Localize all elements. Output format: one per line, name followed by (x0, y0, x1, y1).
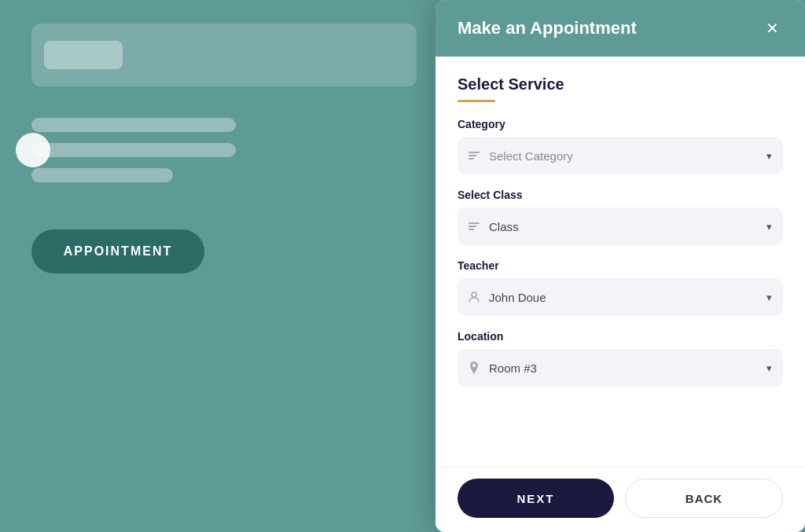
section-title: Select Service (458, 75, 783, 94)
category-field-group: Category Select Category Health Educatio… (458, 118, 783, 174)
svg-rect-5 (469, 229, 474, 230)
section-underline (458, 100, 495, 102)
modal-body: Select Service Category Select Category … (436, 57, 805, 467)
modal-footer: NEXT BACK (436, 467, 805, 532)
teacher-label: Teacher (458, 259, 783, 272)
bg-circle (16, 133, 50, 167)
bg-line-2 (31, 143, 236, 157)
location-icon (467, 361, 481, 375)
category-select-wrapper: Select Category Health Education Sports … (458, 137, 783, 174)
category-select[interactable]: Select Category Health Education Sports (458, 137, 783, 174)
bg-line-3 (31, 168, 173, 182)
modal-header: Make an Appointment ✕ (436, 0, 805, 57)
class-field-group: Select Class Class Yoga Pilates Zumba ▾ (458, 189, 783, 245)
location-select-wrapper: Room #3 Room #1 Room #2 Room #4 ▾ (458, 349, 783, 387)
bg-card-inner (44, 41, 123, 69)
svg-rect-0 (469, 152, 480, 153)
class-select-wrapper: Class Yoga Pilates Zumba ▾ (458, 207, 783, 245)
bg-card-top (31, 24, 417, 86)
teacher-select[interactable]: John Doue Jane Smith Bob Johnson (458, 278, 783, 316)
teacher-icon (467, 290, 481, 304)
close-button[interactable]: ✕ (761, 17, 783, 39)
background-panel: APPOINTMENT (0, 0, 448, 532)
appointment-modal: Make an Appointment ✕ Select Service Cat… (436, 0, 805, 532)
location-label: Location (458, 330, 783, 343)
teacher-select-wrapper: John Doue Jane Smith Bob Johnson ▾ (458, 278, 783, 316)
location-select[interactable]: Room #3 Room #1 Room #2 Room #4 (458, 349, 783, 387)
category-icon (467, 149, 481, 163)
class-icon (467, 219, 481, 233)
back-button[interactable]: BACK (625, 479, 783, 518)
svg-rect-3 (469, 222, 480, 224)
teacher-field-group: Teacher John Doue Jane Smith Bob Johnson… (458, 259, 783, 316)
svg-point-6 (472, 292, 476, 297)
bg-lines-section (31, 102, 417, 198)
class-select[interactable]: Class Yoga Pilates Zumba (458, 207, 783, 245)
modal-title: Make an Appointment (458, 18, 637, 39)
svg-rect-4 (469, 226, 476, 227)
svg-point-7 (472, 364, 476, 367)
category-label: Category (458, 118, 783, 130)
location-field-group: Location Room #3 Room #1 Room #2 Room #4… (458, 330, 783, 387)
next-button[interactable]: NEXT (458, 479, 614, 518)
bg-line-1 (31, 118, 236, 132)
svg-rect-2 (469, 158, 474, 160)
appointment-button[interactable]: APPOINTMENT (31, 229, 204, 273)
svg-rect-1 (469, 155, 476, 156)
class-label: Select Class (458, 189, 783, 201)
